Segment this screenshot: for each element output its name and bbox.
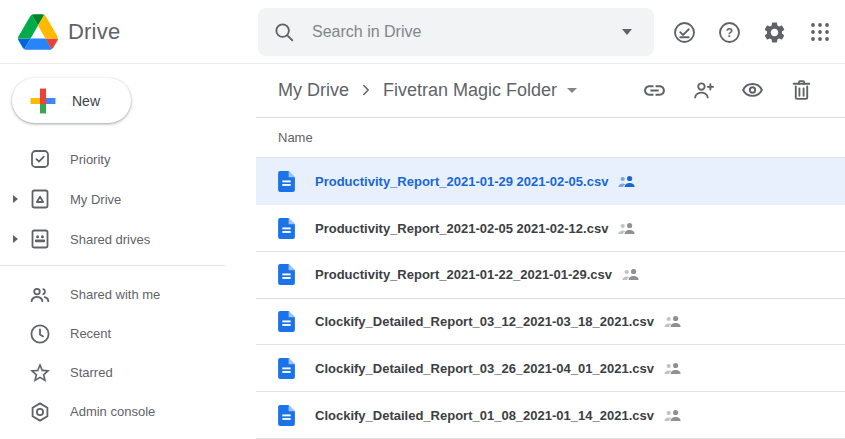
folder-menu-caret-icon[interactable] [567, 88, 577, 93]
help-icon[interactable]: ? [717, 20, 742, 45]
sidebar-item-starred[interactable]: Starred [0, 353, 256, 392]
shared-people-icon [618, 175, 636, 188]
sidebar-item-label: Recent [70, 326, 111, 341]
main-content: My Drive Fivetran Magic Folder [256, 64, 845, 439]
breadcrumb-bar: My Drive Fivetran Magic Folder [256, 64, 845, 118]
shared-people-icon [622, 268, 640, 281]
search-options-caret-icon[interactable] [622, 29, 632, 35]
shared-with-me-icon [28, 283, 52, 307]
csv-file-icon [278, 311, 295, 332]
sidebar-nav-upper: Priority My Drive [0, 139, 256, 259]
breadcrumb-current[interactable]: Fivetran Magic Folder [383, 80, 557, 101]
csv-file-icon [278, 358, 295, 379]
csv-file-icon [278, 264, 295, 285]
shared-drives-icon [28, 227, 52, 251]
search-bar[interactable]: Search in Drive [258, 8, 654, 56]
csv-file-icon [278, 218, 295, 239]
get-link-icon[interactable] [642, 78, 667, 103]
app-title: Drive [68, 19, 120, 45]
new-button-label: New [72, 93, 100, 109]
file-row[interactable]: Productivity_Report_2021-01-22_2021-01-2… [256, 252, 845, 299]
sidebar-item-shared-with-me[interactable]: Shared with me [0, 275, 256, 314]
file-row[interactable]: Productivity_Report_2021-01-29 2021-02-0… [256, 158, 845, 205]
sidebar-item-recent[interactable]: Recent [0, 314, 256, 353]
top-bar: Drive Search in Drive ? [0, 0, 845, 64]
sidebar-nav-lower: Shared with me Recent Starred [0, 275, 256, 431]
csv-file-icon [278, 405, 295, 426]
add-collaborator-icon[interactable] [691, 78, 716, 103]
offline-status-icon[interactable] [672, 20, 697, 45]
starred-icon [28, 361, 52, 385]
priority-icon [28, 147, 52, 171]
file-row[interactable]: Clockify_Detailed_Report_03_26_2021-04_0… [256, 345, 845, 392]
sidebar: New Priority My Drive [0, 64, 256, 439]
recent-icon [28, 322, 52, 346]
sidebar-divider [0, 265, 225, 266]
file-name[interactable]: Productivity_Report_2021-01-22_2021-01-2… [315, 267, 612, 282]
file-list-header[interactable]: Name [256, 118, 845, 159]
column-header-name[interactable]: Name [278, 130, 313, 145]
sidebar-item-shared-drives[interactable]: Shared drives [0, 219, 256, 259]
my-drive-icon [28, 187, 52, 211]
csv-file-icon [278, 171, 295, 192]
file-name[interactable]: Clockify_Detailed_Report_01_08_2021-01_1… [315, 408, 654, 423]
shared-people-icon [618, 222, 636, 235]
file-name[interactable]: Clockify_Detailed_Report_03_26_2021-04_0… [315, 361, 654, 376]
shared-people-icon [664, 409, 682, 422]
expand-caret-icon[interactable] [13, 195, 18, 203]
svg-text:?: ? [726, 25, 733, 39]
expand-caret-icon[interactable] [13, 235, 18, 243]
apps-grid-icon[interactable] [807, 20, 832, 45]
file-row[interactable]: Productivity_Report_2021-02-05 2021-02-1… [256, 205, 845, 252]
drive-logo[interactable]: Drive [18, 0, 120, 64]
file-row[interactable]: Clockify_Detailed_Report_03_12_2021-03_1… [256, 299, 845, 346]
sidebar-item-label: Admin console [70, 404, 155, 419]
sidebar-item-label: My Drive [70, 192, 121, 207]
file-row[interactable]: Clockify_Detailed_Report_01_08_2021-01_1… [256, 392, 845, 439]
new-button[interactable]: New [12, 78, 131, 123]
drive-logo-icon [18, 14, 58, 50]
search-input[interactable]: Search in Drive [312, 23, 421, 41]
file-name[interactable]: Productivity_Report_2021-02-05 2021-02-1… [315, 221, 608, 236]
file-name[interactable]: Clockify_Detailed_Report_03_12_2021-03_1… [315, 314, 654, 329]
breadcrumb-parent[interactable]: My Drive [278, 80, 349, 101]
sidebar-item-priority[interactable]: Priority [0, 139, 256, 179]
folder-toolbar [642, 78, 845, 103]
sidebar-item-label: Priority [70, 152, 110, 167]
file-name[interactable]: Productivity_Report_2021-01-29 2021-02-0… [315, 174, 608, 189]
sidebar-item-label: Shared with me [70, 287, 160, 302]
shared-people-icon [664, 362, 682, 375]
new-plus-icon [27, 85, 59, 117]
preview-icon[interactable] [740, 78, 765, 103]
chevron-right-icon [357, 81, 375, 99]
admin-console-icon [28, 400, 52, 424]
shared-people-icon [664, 315, 682, 328]
sidebar-item-my-drive[interactable]: My Drive [0, 179, 256, 219]
search-icon[interactable] [273, 21, 295, 43]
delete-icon[interactable] [789, 78, 814, 103]
topbar-actions: ? [672, 0, 832, 64]
settings-icon[interactable] [762, 20, 787, 45]
sidebar-item-label: Starred [70, 365, 113, 380]
sidebar-item-label: Shared drives [70, 232, 150, 247]
sidebar-item-admin-console[interactable]: Admin console [0, 392, 256, 431]
